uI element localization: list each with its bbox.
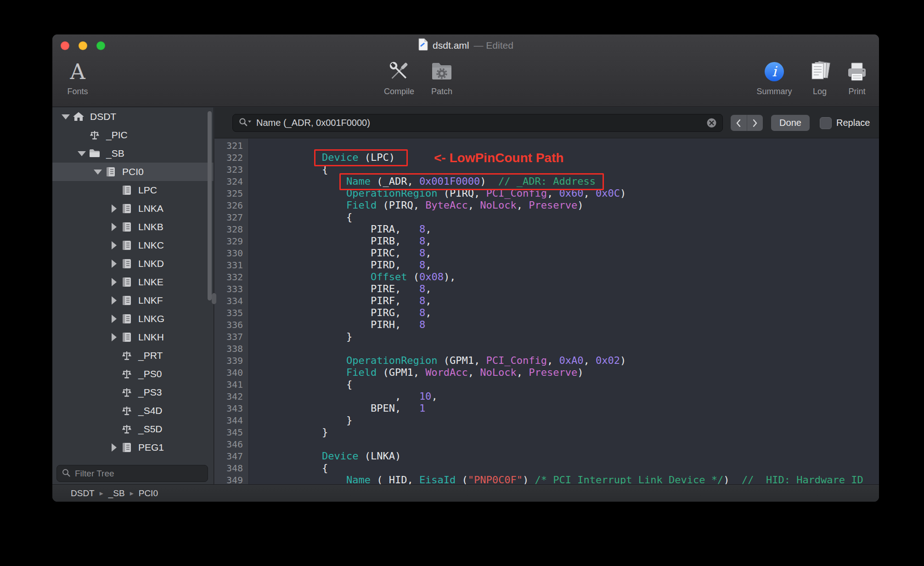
sidebar-scrollbar[interactable] bbox=[208, 111, 212, 300]
tree-item-_PS0[interactable]: _PS0 bbox=[52, 365, 214, 383]
compile-label: Compile bbox=[384, 87, 414, 96]
tree-item-PCI0[interactable]: PCI0 bbox=[52, 163, 214, 181]
disclosure-triangle-icon[interactable] bbox=[107, 199, 121, 218]
search-input[interactable]: Name (_ADR, 0x001F0000) bbox=[232, 114, 723, 132]
line-number: 334 bbox=[214, 295, 248, 307]
tree-item-label: _SB bbox=[106, 148, 124, 159]
log-label: Log bbox=[813, 87, 827, 96]
disclosure-triangle-icon[interactable] bbox=[59, 108, 73, 126]
tree-item-_PS3[interactable]: _PS3 bbox=[52, 383, 214, 402]
code-line: BPEN, 1 bbox=[249, 402, 879, 414]
disclosure-triangle-icon[interactable] bbox=[107, 328, 121, 346]
device-icon bbox=[121, 441, 134, 453]
patch-button[interactable]: Patch bbox=[417, 57, 467, 104]
window-title-filename: dsdt.aml bbox=[433, 40, 469, 51]
tree-item-LNKE[interactable]: LNKE bbox=[52, 273, 214, 291]
line-number: 323 bbox=[214, 164, 248, 175]
disclosure-triangle-icon[interactable] bbox=[107, 236, 121, 255]
tree-item-_S4D[interactable]: _S4D bbox=[52, 402, 214, 420]
tree-item-_SB[interactable]: _SB bbox=[52, 144, 214, 163]
line-number: 346 bbox=[214, 438, 248, 450]
tree-item-_S5D[interactable]: _S5D bbox=[52, 420, 214, 438]
tree-item-_PIC[interactable]: _PIC bbox=[52, 126, 214, 144]
split-handle[interactable] bbox=[212, 293, 216, 304]
tree-item-_PRT[interactable]: _PRT bbox=[52, 346, 214, 365]
code-line: Name (_HID, EisaId ("PNP0C0F") /* PCI In… bbox=[249, 474, 879, 484]
code-line: PIRG, 8, bbox=[249, 307, 879, 319]
filter-tree-placeholder: Filter Tree bbox=[75, 469, 114, 479]
line-number: 326 bbox=[214, 199, 248, 211]
breadcrumb-item[interactable]: PCI0 bbox=[139, 488, 158, 498]
disclosure-triangle-icon[interactable] bbox=[107, 310, 121, 328]
disclosure-placeholder bbox=[107, 402, 121, 420]
window-header: dsdt.aml — Edited A Fonts bbox=[52, 34, 879, 107]
line-number: 338 bbox=[214, 343, 248, 355]
tree-item-LNKD[interactable]: LNKD bbox=[52, 255, 214, 273]
tree-item-LNKC[interactable]: LNKC bbox=[52, 236, 214, 255]
method-icon bbox=[121, 368, 134, 380]
line-number: 339 bbox=[214, 355, 248, 367]
code-line: Offset (0x08), bbox=[249, 271, 879, 283]
line-number: 327 bbox=[214, 211, 248, 223]
line-number: 324 bbox=[214, 175, 248, 187]
search-menu-icon[interactable] bbox=[238, 117, 252, 129]
annotation-text: <- LowPinCount Path bbox=[434, 151, 563, 165]
disclosure-triangle-icon[interactable] bbox=[107, 291, 121, 310]
window-content: DSDT_PIC_SBPCI0LPCLNKALNKBLNKCLNKDLNKELN… bbox=[52, 108, 879, 484]
tree-item-DSDT[interactable]: DSDT bbox=[52, 108, 214, 126]
print-icon bbox=[845, 57, 869, 87]
tree-item-LNKG[interactable]: LNKG bbox=[52, 310, 214, 328]
disclosure-triangle-icon[interactable] bbox=[107, 255, 121, 273]
code-line: { bbox=[249, 462, 879, 474]
code-line: } bbox=[249, 426, 879, 438]
done-button[interactable]: Done bbox=[771, 115, 810, 131]
disclosure-triangle-icon[interactable] bbox=[91, 163, 105, 181]
fonts-icon: A bbox=[70, 57, 85, 87]
patch-label: Patch bbox=[431, 87, 452, 96]
disclosure-triangle-icon[interactable] bbox=[107, 438, 121, 457]
disclosure-placeholder bbox=[107, 346, 121, 365]
line-number: 325 bbox=[214, 187, 248, 199]
print-button[interactable]: Print bbox=[832, 57, 879, 104]
line-number: 322 bbox=[214, 152, 248, 164]
window-titlebar[interactable]: dsdt.aml — Edited bbox=[52, 34, 879, 57]
tree-item-LNKB[interactable]: LNKB bbox=[52, 218, 214, 236]
tree-item-LNKF[interactable]: LNKF bbox=[52, 291, 214, 310]
find-previous-button[interactable] bbox=[731, 115, 747, 131]
tree-item-LPC[interactable]: LPC bbox=[52, 181, 214, 199]
fonts-button[interactable]: A Fonts bbox=[52, 57, 103, 104]
clear-search-button[interactable] bbox=[706, 118, 717, 128]
method-icon bbox=[121, 350, 134, 362]
tree-item-PEG1[interactable]: PEG1 bbox=[52, 438, 214, 457]
line-number: 344 bbox=[214, 414, 248, 426]
disclosure-placeholder bbox=[107, 181, 121, 199]
line-number: 343 bbox=[214, 402, 248, 414]
find-next-button[interactable] bbox=[747, 115, 763, 131]
breadcrumb-item[interactable]: _SB bbox=[108, 488, 125, 498]
disclosure-triangle-icon[interactable] bbox=[75, 144, 89, 163]
device-icon bbox=[121, 221, 134, 233]
breadcrumb-item[interactable]: DSDT bbox=[71, 488, 95, 498]
breadcrumb-separator-icon: ▸ bbox=[130, 489, 134, 498]
tree-item-label: _S4D bbox=[138, 405, 163, 416]
device-icon bbox=[121, 184, 134, 196]
line-number: 342 bbox=[214, 391, 248, 402]
document-icon bbox=[418, 38, 428, 53]
code-line: Device (LNKA) bbox=[249, 450, 879, 462]
code-editor[interactable]: 3213223233243253263273283293303313323333… bbox=[214, 139, 879, 484]
code-line: PIRF, 8, bbox=[249, 295, 879, 307]
line-number: 340 bbox=[214, 367, 248, 379]
find-navigation bbox=[731, 115, 763, 131]
summary-button[interactable]: i Summary bbox=[749, 57, 800, 104]
tree-item-label: _S5D bbox=[138, 424, 163, 435]
line-number: 321 bbox=[214, 140, 248, 152]
tree-item-LNKH[interactable]: LNKH bbox=[52, 328, 214, 346]
tree-item-LNKA[interactable]: LNKA bbox=[52, 199, 214, 218]
device-icon bbox=[121, 331, 134, 343]
tree-item-label: PEG1 bbox=[138, 442, 164, 453]
disclosure-triangle-icon[interactable] bbox=[107, 273, 121, 291]
replace-checkbox[interactable] bbox=[820, 117, 832, 129]
filter-tree-input[interactable]: Filter Tree bbox=[56, 465, 208, 482]
code-line: } bbox=[249, 331, 879, 343]
disclosure-triangle-icon[interactable] bbox=[107, 218, 121, 236]
